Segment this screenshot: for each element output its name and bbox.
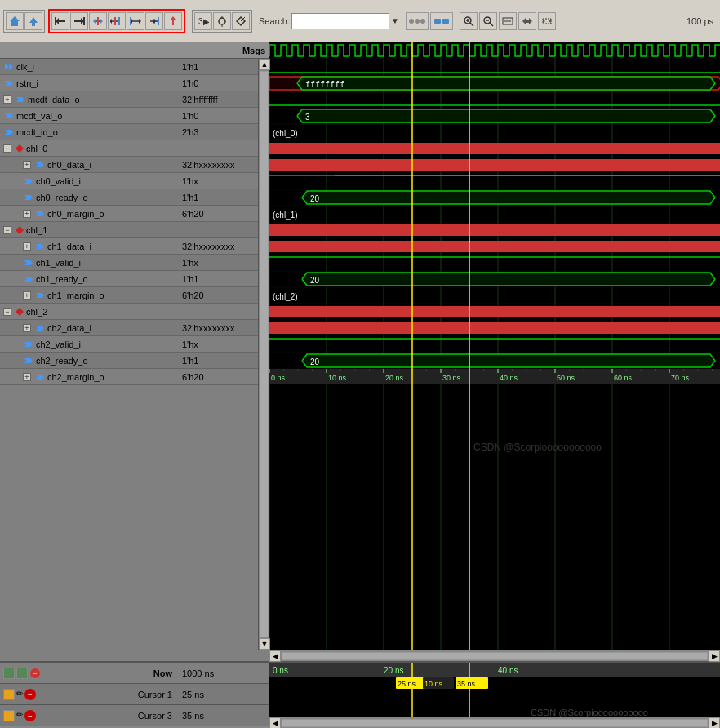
signal-row-ch0_margin_o[interactable]: +ch0_margin_o6'h20 [0,206,269,222]
tb-btn-cursor-expand[interactable] [127,12,144,30]
status-now-label: Now [153,668,179,678]
tb-btn-cursor-next[interactable] [70,12,88,30]
svg-text:70 ns: 70 ns [671,374,690,382]
tb-btn-zoom-in[interactable] [460,12,478,30]
signal-row-ch2_margin_o[interactable]: +ch2_margin_o6'h20 [0,369,269,385]
svg-marker-67 [36,326,44,331]
vscroll-down[interactable]: ▼ [259,638,270,650]
signal-row-ch1_ready_o[interactable]: ch1_ready_o1'h1 [0,271,269,287]
toolbar-group-cursors [48,9,185,33]
signal-row-ch2_data_i[interactable]: +ch2_data_i32'hxxxxxxxx [0,320,269,336]
svg-marker-62 [36,244,44,249]
signal-row-mcdt_val_o[interactable]: mcdt_val_o1'h0 [0,108,269,124]
tb-btn-zoom-fit[interactable] [499,12,517,30]
signal-panel: Msgs clk_i1'h1rstn_i1'h0+mcdt_data_o32'h… [0,42,269,661]
signal-value-ch2_valid_i: 1'hx [179,340,269,349]
signal-row-ch0_ready_o[interactable]: ch0_ready_o1'h1 [0,189,269,206]
tb-btn-step[interactable]: 3▶ [194,12,212,30]
svg-text:ffffffff: ffffffff [305,80,344,89]
cursor1-remove-icon[interactable]: − [24,689,36,700]
scroll-right-arrow[interactable]: ▶ [709,717,720,729]
expand-minus-chl_2[interactable]: − [3,308,11,316]
tb-btn-cursor-prev[interactable] [51,12,69,30]
vscroll-up[interactable]: ▲ [259,59,270,70]
expand-plus-ch0_data_i[interactable]: + [23,161,31,169]
svg-marker-48 [543,20,545,23]
svg-rect-71 [269,42,720,661]
svg-point-32 [409,19,414,24]
tb-btn-zoom-region[interactable] [538,12,556,30]
status-now-row: − Now 1000 ns [0,663,269,684]
search-dropdown-arrow[interactable]: ▼ [391,16,399,25]
signal-name-label-ch2_margin_o: ch2_margin_o [47,372,104,382]
svg-marker-25 [171,16,176,20]
svg-line-38 [470,23,473,26]
signal-row-mcdt_data_o[interactable]: +mcdt_data_o32'hffffffff [0,91,269,108]
wave-scroll-thumb[interactable] [282,652,708,660]
tb-btn-crosshair[interactable] [213,12,231,30]
tb-btn-filter2[interactable] [430,12,453,30]
signal-row-mcdt_id_o[interactable]: mcdt_id_o2'h3 [0,124,269,140]
signal-row-ch0_valid_i[interactable]: ch0_valid_i1'hx [0,173,269,189]
tb-btn-1[interactable] [6,12,24,30]
status-bar: − Now 1000 ns ✏ − Cursor 1 25 ns ✏ − Cur… [0,661,720,728]
signal-row-ch0_data_i[interactable]: +ch0_data_i32'hxxxxxxxx [0,157,269,173]
expand-plus-ch2_data_i[interactable]: + [23,324,31,332]
status-left: − Now 1000 ns ✏ − Cursor 1 25 ns ✏ − Cur… [0,663,269,728]
status-icon-2 [16,668,28,679]
signal-row-chl_0[interactable]: −chl_0 [0,140,269,157]
tb-btn-cursor-goto[interactable] [164,12,182,30]
tb-btn-2[interactable] [24,12,42,30]
cursor3-remove-icon[interactable]: − [24,710,36,721]
expand-plus-ch0_margin_o[interactable]: + [23,210,31,218]
expand-plus-ch1_margin_o[interactable]: + [23,291,31,300]
signal-value-ch1_valid_i: 1'hx [179,258,269,268]
svg-marker-53 [16,97,24,102]
status-icon-1 [3,668,15,679]
svg-marker-13 [110,19,112,24]
tb-btn-cursor-left[interactable] [108,12,126,30]
cursor3-pencil-icon[interactable]: ✏ [16,710,23,721]
cursor3-icons: ✏ − [0,708,39,723]
signal-row-rstn_i[interactable]: rstn_i1'h0 [0,75,269,91]
expand-minus-chl_0[interactable]: − [3,144,11,153]
h-scrollbar-thumb[interactable] [282,719,708,727]
status-icons-row: − [0,666,44,681]
cursor1-pencil-icon[interactable]: ✏ [16,689,23,700]
signal-value-ch2_margin_o: 6'h20 [179,372,269,382]
expand-plus-ch1_data_i[interactable]: + [23,242,31,251]
signal-row-chl_2[interactable]: −chl_2 [0,304,269,320]
signal-value-clk_i: 1'h1 [179,62,269,72]
expand-plus-mcdt_data_o[interactable]: + [3,95,11,104]
signal-row-ch2_ready_o[interactable]: ch2_ready_o1'h1 [0,353,269,369]
tb-btn-zoom-full[interactable] [518,12,536,30]
search-input[interactable] [291,13,389,29]
svg-marker-50 [5,64,9,70]
svg-marker-66 [16,308,24,316]
tb-btn-zoom-out[interactable] [479,12,497,30]
expand-plus-ch2_margin_o[interactable]: + [23,373,31,381]
svg-text:20 ns: 20 ns [385,374,404,382]
wave-scroll-right[interactable]: ▶ [709,650,720,662]
tb-btn-snap[interactable] [232,12,250,30]
signal-row-clk_i[interactable]: clk_i1'h1 [0,59,269,75]
tb-btn-cursor-contract[interactable] [145,12,163,30]
cursor1-label: Cursor 1 [39,690,179,699]
tb-btn-cursor-center[interactable] [89,12,107,30]
wave-panel[interactable]: ffffffff3(chl_0)20(chl_1)20(chl_2)200 ns… [269,42,720,661]
expand-minus-chl_1[interactable]: − [3,226,11,234]
signal-name-label-ch0_data_i: ch0_data_i [47,160,91,170]
signal-row-ch2_valid_i[interactable]: ch2_valid_i1'hx [0,336,269,353]
svg-marker-51 [9,64,13,70]
tb-btn-filter1[interactable] [406,12,429,30]
signal-row-chl_1[interactable]: −chl_1 [0,222,269,238]
signal-value-ch0_margin_o: 6'h20 [179,209,269,219]
svg-marker-55 [5,130,13,135]
signal-row-ch1_data_i[interactable]: +ch1_data_i32'hxxxxxxxx [0,238,269,255]
wave-scroll-left[interactable]: ◀ [269,650,281,662]
signal-row-ch1_valid_i[interactable]: ch1_valid_i1'hx [0,255,269,271]
search-group: Search: ▼ [259,13,399,29]
scroll-left-arrow[interactable]: ◀ [269,717,281,729]
signal-row-ch1_margin_o[interactable]: +ch1_margin_o6'h20 [0,287,269,304]
vscroll-thumb[interactable] [260,71,269,637]
